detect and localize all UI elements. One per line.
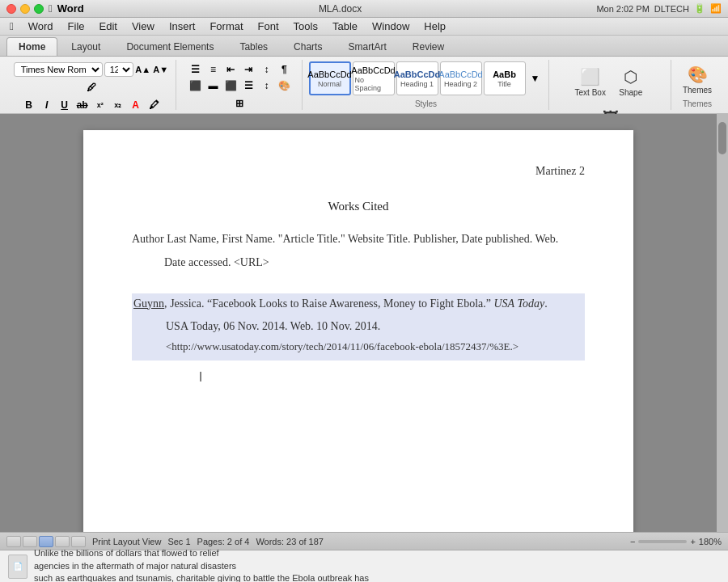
highlight-button[interactable]: 🖍 (146, 97, 162, 113)
sort-button[interactable]: ↕ (258, 61, 274, 78)
document-area: Martinez 2 Works Cited Author Last Name,… (0, 114, 728, 532)
menu-word[interactable]: Word (22, 19, 60, 34)
citation1-author-underline: Guynn, (133, 297, 167, 310)
decrease-font-size-button[interactable]: A▼ (153, 61, 169, 78)
tab-charts[interactable]: Charts (281, 37, 334, 56)
font-color-button[interactable]: A (128, 97, 144, 113)
minimize-button[interactable] (20, 4, 30, 14)
app-name: Word (57, 2, 84, 15)
status-bar-right: − + 180% (630, 537, 722, 546)
indent-decrease-button[interactable]: ⇤ (222, 61, 239, 78)
pages-label: Pages: 2 of 4 (197, 537, 250, 546)
text-box-button[interactable]: ⬜ Text Box (571, 61, 610, 102)
tab-tables[interactable]: Tables (227, 37, 280, 56)
superscript-button[interactable]: x² (92, 97, 108, 113)
bullets-button[interactable]: ☰ (187, 61, 203, 78)
font-family-select[interactable]: Times New Roman (14, 62, 103, 77)
shading-button[interactable]: 🎨 (276, 78, 292, 94)
italic-button[interactable]: I (39, 97, 55, 113)
font-size-select[interactable]: 12 (104, 62, 133, 77)
subscript-button[interactable]: x₂ (110, 97, 126, 113)
style-normal[interactable]: AaBbCcDd Normal (309, 61, 351, 95)
align-left-button[interactable]: ⬛ (187, 78, 203, 94)
page-title: Works Cited (132, 196, 585, 216)
ribbon-group-styles: AaBbCcDd Normal AaBbCcDd No Spacing AaBb… (304, 60, 549, 110)
tab-home[interactable]: Home (6, 37, 57, 56)
zoom-in-icon[interactable]: + (690, 537, 695, 546)
shape-label: Shape (619, 88, 642, 97)
scrollbar-thumb[interactable] (718, 122, 726, 154)
tab-smartart[interactable]: SmartArt (336, 37, 398, 56)
style-no-spacing[interactable]: AaBbCcDd No Spacing (353, 61, 395, 95)
zoom-level: 180% (699, 537, 722, 546)
menu-format[interactable]: Format (203, 19, 249, 34)
ribbon: Home Layout Document Elements Tables Cha… (0, 36, 728, 114)
border-button[interactable]: ⊞ (231, 95, 248, 112)
view-buttons (6, 536, 86, 547)
show-formatting-button[interactable]: ¶ (276, 61, 292, 78)
themes-button[interactable]: 🎨 Themes (678, 61, 717, 98)
strikethrough-button[interactable]: ab (74, 97, 91, 113)
document-scroll[interactable]: Martinez 2 Works Cited Author Last Name,… (0, 114, 717, 532)
close-button[interactable] (6, 4, 16, 14)
citation-template-line1: Author Last Name, First Name. "Article T… (132, 230, 585, 248)
style-normal-preview: AaBbCcDd (307, 70, 351, 79)
increase-font-size-button[interactable]: A▲ (135, 61, 151, 78)
citation-highlighted-block: Guynn, Jessica. “Facebook Looks to Raise… (132, 293, 585, 361)
traffic-lights (6, 4, 44, 14)
right-scrollbar[interactable] (717, 114, 728, 532)
tab-document-elements[interactable]: Document Elements (114, 37, 226, 56)
menu-file[interactable]: File (61, 19, 91, 34)
title-bar-right: Mon 2:02 PM DLTECH 🔋 📶 (596, 3, 722, 14)
ribbon-group-insert: ⬜ Text Box ⬡ Shape 🖼 Picture Insert (551, 60, 671, 110)
indent-increase-button[interactable]: ⇥ (240, 61, 256, 78)
menu-edit[interactable]: Edit (93, 19, 124, 34)
menu-view[interactable]: View (125, 19, 161, 34)
bold-button[interactable]: B (21, 97, 37, 113)
datetime: Mon 2:02 PM (596, 4, 649, 14)
view-btn-5[interactable] (71, 536, 86, 547)
menu-table[interactable]: Table (326, 19, 364, 34)
menu-font[interactable]: Font (252, 19, 286, 34)
menu-window[interactable]: Window (366, 19, 416, 34)
menu-insert[interactable]: Insert (163, 19, 202, 34)
words-value: 23 of 187 (286, 537, 324, 546)
ribbon-content: Times New Roman 12 A▲ A▼ 🖊 B I U ab x² x… (0, 57, 728, 113)
paragraph-controls-bottom: ⬛ ▬ ⬛ ☰ ↕ 🎨 ⊞ (183, 78, 296, 112)
numbering-button[interactable]: ≡ (205, 61, 221, 78)
title-bar:  Word MLA.docx Mon 2:02 PM DLTECH 🔋 📶 (0, 0, 728, 18)
style-heading1-preview: AaBbCcDd (394, 70, 440, 79)
view-btn-2[interactable] (23, 536, 37, 547)
style-title[interactable]: AaBb Title (484, 61, 526, 95)
status-bar-left: Print Layout View Sec 1 Pages: 2 of 4 Wo… (6, 536, 324, 547)
underline-button[interactable]: U (57, 97, 73, 113)
align-justify-button[interactable]: ☰ (240, 78, 256, 94)
align-right-button[interactable]: ⬛ (222, 78, 239, 94)
shape-button[interactable]: ⬡ Shape (612, 61, 650, 102)
align-center-button[interactable]: ▬ (205, 78, 221, 94)
view-btn-4[interactable] (55, 536, 70, 547)
zoom-bar: − + 180% (630, 537, 722, 546)
styles-group-label: Styles (415, 99, 437, 108)
styles-row: AaBbCcDd Normal AaBbCcDd No Spacing AaBb… (309, 61, 544, 95)
tab-review[interactable]: Review (400, 37, 456, 56)
maximize-button[interactable] (34, 4, 44, 14)
citation1-line1: Guynn, Jessica. “Facebook Looks to Raise… (133, 295, 583, 313)
zoom-out-icon[interactable]: − (630, 537, 635, 546)
themes-group-label: Themes (683, 99, 712, 108)
cursor-position: ❘ (197, 367, 585, 385)
page-header: Martinez 2 (132, 162, 585, 180)
style-heading1[interactable]: AaBbCcDd Heading 1 (396, 61, 438, 95)
menu-help[interactable]: Help (417, 19, 452, 34)
styles-more-button[interactable]: ▼ (527, 70, 544, 86)
line-spacing-button[interactable]: ↕ (258, 78, 274, 94)
style-heading2[interactable]: AaBbCcDd Heading 2 (440, 61, 482, 95)
view-btn-print-layout[interactable] (39, 536, 53, 547)
menu-tools[interactable]: Tools (287, 19, 324, 34)
tab-layout[interactable]: Layout (59, 37, 112, 56)
themes-label: Themes (683, 86, 712, 95)
zoom-slider[interactable] (638, 540, 687, 543)
menu-apple[interactable]:  (3, 19, 20, 34)
clear-format-button[interactable]: 🖊 (83, 79, 99, 95)
view-btn-1[interactable] (6, 536, 21, 547)
